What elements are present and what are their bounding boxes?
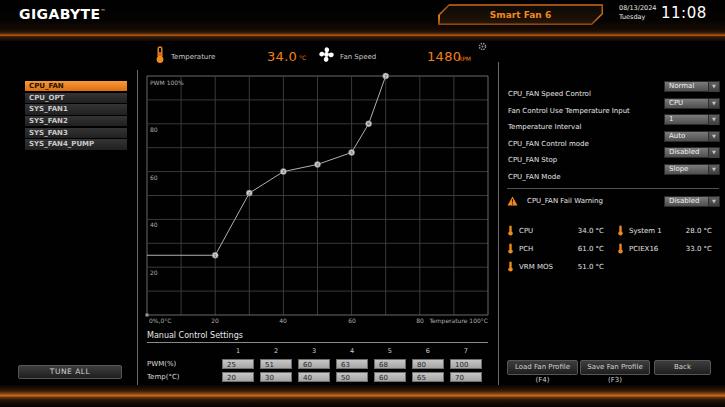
setting-fan-stop: CPU_FAN Stop Disabled ▼ — [508, 147, 720, 158]
fan-curve-chart[interactable]: 1234567 — [147, 76, 488, 315]
pwm-cell-5[interactable]: 68 — [374, 359, 406, 369]
pwm-cell-6[interactable]: 80 — [412, 359, 444, 369]
pwm-cell-4[interactable]: 63 — [336, 359, 368, 369]
temp-label: CPU — [519, 227, 533, 235]
temp-interval-dropdown[interactable]: 1 ▼ — [664, 114, 720, 125]
pwm-row-label: PWM(%) — [147, 360, 222, 368]
temp-cell-4[interactable]: 50 — [336, 372, 368, 382]
column-header-5: 5 — [374, 347, 406, 355]
svg-text:6: 6 — [367, 121, 370, 126]
panel-divider — [498, 62, 499, 385]
fan-speed-label: Fan Speed — [340, 53, 376, 61]
y-tick-20: 20 — [150, 269, 158, 276]
temp-value: 28.0 °C — [686, 227, 712, 235]
temp-readout-cpu: CPU 34.0 °C — [507, 225, 604, 236]
load-fan-profile-button[interactable]: Load Fan Profile (F4) — [507, 360, 578, 375]
tab-smart-fan-6[interactable]: Smart Fan 6 — [438, 4, 603, 25]
temp-cell-2[interactable]: 30 — [260, 372, 292, 382]
pwm-cell-7[interactable]: 100 — [450, 359, 482, 369]
chevron-down-icon[interactable]: ▼ — [708, 197, 719, 207]
svg-text:2: 2 — [248, 191, 251, 196]
thermometer-icon — [507, 225, 514, 236]
column-header-1: 1 — [222, 347, 254, 355]
speed-control-dropdown[interactable]: Normal ▼ — [664, 81, 720, 92]
control-mode-dropdown[interactable]: Auto ▼ — [664, 131, 720, 142]
gigabyte-logo: GIGABYTE™ — [19, 6, 106, 22]
fail-warning-dropdown[interactable]: Disabled ▼ — [664, 196, 720, 207]
temp-input-dropdown[interactable]: CPU ▼ — [664, 98, 720, 109]
temp-readout-row: PCH 61.0 °C PCIEX16 33.0 °C — [507, 243, 720, 254]
temp-label: System 1 — [629, 227, 662, 235]
temp-readout-pciex16: PCIEX16 33.0 °C — [617, 243, 712, 254]
column-header-4: 4 — [336, 347, 368, 355]
chevron-down-icon[interactable]: ▼ — [708, 99, 719, 109]
clock: 11:08 — [661, 4, 707, 22]
svg-text:4: 4 — [316, 162, 319, 167]
x-axis-right-label: Temperature 100°C — [398, 317, 488, 324]
chevron-down-icon[interactable]: ▼ — [708, 165, 719, 175]
pwm-cell-3[interactable]: 60 — [298, 359, 330, 369]
save-fan-profile-button[interactable]: Save Fan Profile (F3) — [580, 360, 650, 375]
gear-icon[interactable] — [478, 42, 487, 51]
column-header-3: 3 — [298, 347, 330, 355]
footer-glow-bar — [0, 385, 725, 407]
trademark-symbol: ™ — [100, 8, 105, 14]
setting-label: CPU_FAN Mode — [508, 173, 560, 181]
thermometer-icon — [507, 261, 514, 272]
pwm-cell-2[interactable]: 51 — [260, 359, 292, 369]
fan-list-sidebar: CPU_FAN CPU_OPT SYS_FAN1 SYS_FAN2 SYS_FA… — [25, 81, 127, 151]
chevron-down-icon[interactable]: ▼ — [708, 115, 719, 125]
x-tick-40: 40 — [273, 317, 293, 324]
temp-label: PCH — [519, 245, 533, 253]
thermometer-icon — [617, 243, 624, 254]
pwm-cell-1[interactable]: 25 — [222, 359, 254, 369]
setting-temp-interval: Temperature Interval 1 ▼ — [508, 114, 720, 125]
fan-stop-dropdown[interactable]: Disabled ▼ — [664, 147, 720, 158]
smart-fan-6-screen: GIGABYTE™ Smart Fan 6 08/13/2024 Tuesday… — [0, 0, 725, 407]
sidebar-item-sys-fan1[interactable]: SYS_FAN1 — [25, 104, 127, 114]
chevron-down-icon[interactable]: ▼ — [708, 132, 719, 142]
sidebar-item-sys-fan2[interactable]: SYS_FAN2 — [25, 116, 127, 126]
back-button[interactable]: Back — [654, 360, 711, 375]
fail-warning-label: CPU_FAN Fail Warning — [527, 195, 603, 207]
setting-temp-input: Fan Control Use Temperature Input CPU ▼ — [508, 98, 720, 109]
temp-readout-row: CPU 34.0 °C System 1 28.0 °C — [507, 225, 720, 236]
fan-mode-dropdown[interactable]: Slope ▼ — [664, 164, 720, 175]
manual-control-settings: Manual Control Settings 1 2 3 4 5 6 7 PW… — [147, 331, 488, 382]
pwm-row: PWM(%) 25 51 60 63 68 80 100 — [147, 359, 488, 369]
setting-fan-mode: CPU_FAN Mode Slope ▼ — [508, 164, 720, 175]
tune-all-button[interactable]: TUNE ALL — [18, 365, 122, 379]
header-glow-divider — [0, 28, 725, 41]
column-header-7: 7 — [450, 347, 482, 355]
temp-cell-3[interactable]: 40 — [298, 372, 330, 382]
temp-value: 34.0 °C — [578, 227, 604, 235]
svg-text:7: 7 — [384, 74, 387, 79]
temp-label: PCIEX16 — [629, 245, 658, 253]
sidebar-item-cpu-opt[interactable]: CPU_OPT — [25, 93, 127, 103]
svg-text:5: 5 — [350, 150, 353, 155]
temp-readout-vrm-mos: VRM MOS 51.0 °C — [507, 261, 604, 272]
temp-cell-6[interactable]: 65 — [412, 372, 444, 382]
date-value: 08/13/2024 — [619, 4, 656, 13]
y-tick-80: 80 — [150, 126, 158, 133]
x-tick-60: 60 — [342, 317, 362, 324]
temperature-value: 34.0 — [267, 49, 297, 64]
y-tick-40: 40 — [150, 221, 158, 228]
temperature-label: Temperature — [171, 53, 215, 61]
fan-speed-unit: RPM — [458, 55, 471, 62]
temp-cell-1[interactable]: 20 — [222, 372, 254, 382]
temp-cell-5[interactable]: 60 — [374, 372, 406, 382]
fan-icon — [318, 46, 335, 63]
panel-separator — [507, 188, 719, 189]
sidebar-item-sys-fan3[interactable]: SYS_FAN3 — [25, 128, 127, 138]
temp-readout-row: VRM MOS 51.0 °C — [507, 261, 720, 272]
day-value: Tuesday — [619, 13, 656, 22]
chevron-down-icon[interactable]: ▼ — [708, 82, 719, 92]
temp-cell-7[interactable]: 70 — [450, 372, 482, 382]
temp-value: 51.0 °C — [578, 263, 604, 271]
chevron-down-icon[interactable]: ▼ — [708, 148, 719, 158]
sidebar-item-sys-fan4-pump[interactable]: SYS_FAN4_PUMP — [25, 139, 127, 149]
sidebar-item-cpu-fan[interactable]: CPU_FAN — [25, 81, 127, 91]
setting-speed-control: CPU_FAN Speed Control Normal ▼ — [508, 81, 720, 92]
fan-settings-panel: CPU_FAN Speed Control Normal ▼ Fan Contr… — [508, 81, 720, 181]
